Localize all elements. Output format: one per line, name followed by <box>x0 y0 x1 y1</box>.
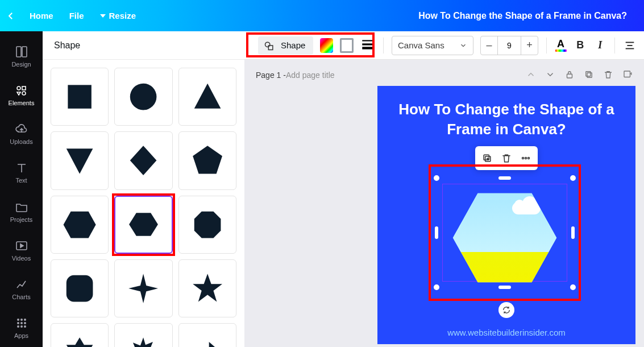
shapes-panel-title: Shape <box>43 31 244 60</box>
rail-projects[interactable]: Projects <box>0 192 43 231</box>
svg-rect-1 <box>22 47 27 57</box>
canvas-area: Page 1 - Add page title How To Change th… <box>244 60 644 347</box>
shape-pentagon[interactable] <box>178 131 236 189</box>
page-title-input[interactable]: Add page title <box>286 71 335 80</box>
svg-rect-3 <box>22 86 26 90</box>
shape-type-button[interactable]: Shape <box>258 36 313 55</box>
hexagon-frame[interactable] <box>448 189 562 276</box>
rail-charts[interactable]: Charts <box>0 270 43 308</box>
rail-videos[interactable]: Videos <box>0 231 43 270</box>
lock-icon[interactable] <box>564 69 575 81</box>
shape-rhombus[interactable] <box>114 131 172 189</box>
svg-rect-24 <box>567 74 572 78</box>
back-icon[interactable] <box>6 11 16 21</box>
svg-rect-26 <box>586 71 591 76</box>
shapes-scroll[interactable] <box>43 60 244 347</box>
file-menu[interactable]: File <box>61 7 92 24</box>
shape-triangle-down[interactable] <box>51 131 109 189</box>
svg-point-2 <box>17 86 20 90</box>
text-color-button[interactable]: A <box>555 39 567 52</box>
separator <box>383 38 384 53</box>
shape-octagon[interactable] <box>178 196 236 254</box>
redo-button[interactable] <box>160 10 176 22</box>
shape-star-8[interactable] <box>114 323 172 347</box>
font-size-plus[interactable]: + <box>521 36 538 55</box>
shape-square[interactable] <box>51 68 109 126</box>
svg-point-15 <box>130 84 157 110</box>
font-size-stepper[interactable]: – 9 + <box>480 36 538 55</box>
resize-menu[interactable]: Resize <box>92 7 144 24</box>
shape-rounded-octagon[interactable] <box>51 259 109 317</box>
svg-point-13 <box>24 325 26 328</box>
context-toolbar: Shape Canva Sans – 9 + A B I <box>244 31 644 60</box>
font-select[interactable]: Canva Sans <box>392 36 473 55</box>
page-header: Page 1 - Add page title <box>244 67 644 84</box>
shape-star-4[interactable] <box>114 259 172 317</box>
rail-apps[interactable]: Apps <box>0 308 43 347</box>
svg-rect-25 <box>587 73 592 77</box>
shape-circle[interactable] <box>114 68 172 126</box>
design-page[interactable]: How To Change the Shape of a Frame in Ca… <box>377 86 635 344</box>
shape-arrow-right[interactable] <box>178 323 236 347</box>
svg-point-12 <box>20 325 23 328</box>
svg-point-10 <box>24 322 26 324</box>
alignment-button[interactable] <box>623 38 636 53</box>
svg-point-30 <box>522 158 524 159</box>
separator <box>546 38 547 53</box>
bold-button[interactable]: B <box>574 38 587 53</box>
font-size-minus[interactable]: – <box>481 36 498 55</box>
delete-page-icon[interactable] <box>603 69 613 81</box>
shape-star-6[interactable] <box>51 323 109 347</box>
svg-point-6 <box>20 319 23 321</box>
side-rail: Design Elements Uploads Text Projects Vi… <box>0 31 43 347</box>
canvas-footer-url: www.websitebuilderinsider.com <box>377 328 635 337</box>
svg-point-7 <box>24 319 26 321</box>
rail-uploads[interactable]: Uploads <box>0 114 43 153</box>
rail-design[interactable]: Design <box>0 37 43 76</box>
font-size-value[interactable]: 9 <box>498 41 521 50</box>
separator <box>614 38 615 53</box>
page-up-icon[interactable] <box>526 69 536 81</box>
rail-elements[interactable]: Elements <box>0 76 43 114</box>
resync-icon[interactable] <box>498 302 514 318</box>
shapes-panel: Shape <box>43 31 244 347</box>
svg-point-5 <box>17 319 19 321</box>
shape-hexagon[interactable] <box>114 196 172 254</box>
cloud-sync-icon[interactable] <box>176 10 192 22</box>
svg-rect-0 <box>16 47 21 57</box>
page-label: Page 1 - <box>256 71 286 80</box>
svg-point-32 <box>528 158 530 159</box>
fill-color-button[interactable] <box>320 38 333 53</box>
italic-button[interactable]: I <box>593 38 606 53</box>
stroke-color-button[interactable] <box>340 38 354 53</box>
svg-point-11 <box>17 325 19 328</box>
cloud-graphic <box>512 202 541 214</box>
canvas-heading[interactable]: How To Change the Shape of a Frame in Ca… <box>377 86 635 139</box>
svg-point-8 <box>17 322 19 324</box>
svg-rect-14 <box>68 85 91 108</box>
shape-hexagon-flat[interactable] <box>51 196 109 254</box>
shape-triangle[interactable] <box>178 68 236 126</box>
page-down-icon[interactable] <box>545 69 555 81</box>
document-title: How To Change the Shape of a Frame in Ca… <box>418 11 638 21</box>
svg-point-16 <box>265 42 270 47</box>
home-menu[interactable]: Home <box>22 7 61 24</box>
rail-text[interactable]: Text <box>0 153 43 192</box>
add-page-icon[interactable] <box>622 69 633 81</box>
shape-star-5[interactable] <box>178 259 236 317</box>
svg-point-31 <box>525 158 527 159</box>
border-style-button[interactable] <box>360 37 375 54</box>
undo-button[interactable] <box>144 10 160 22</box>
svg-point-9 <box>20 322 23 324</box>
duplicate-page-icon[interactable] <box>584 69 594 81</box>
svg-rect-27 <box>624 71 630 77</box>
annotation-selection-box <box>429 164 581 301</box>
top-bar: Home File Resize How To Change the Shape… <box>0 0 644 31</box>
selection-handles[interactable] <box>437 178 573 287</box>
